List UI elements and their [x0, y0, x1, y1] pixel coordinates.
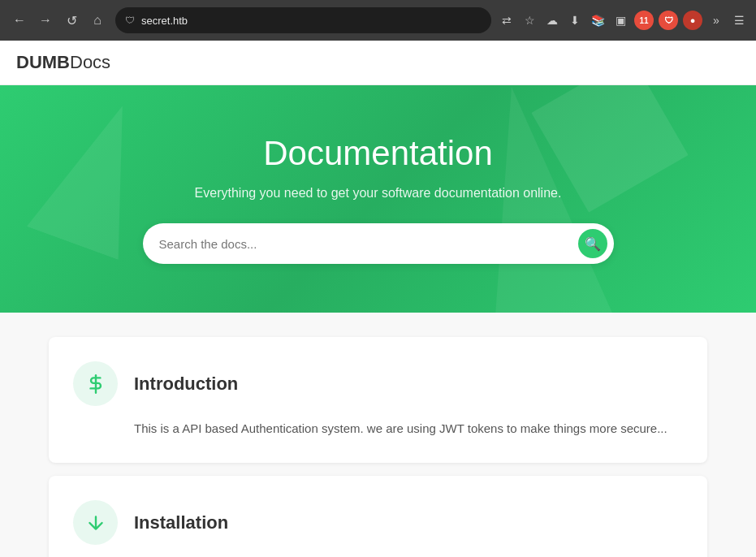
download-icon[interactable]: ⬇ — [566, 11, 584, 29]
bookmark-icon[interactable]: ☆ — [521, 11, 538, 29]
content-area: Introduction This is a API based Authent… — [0, 313, 756, 557]
top-nav: DUMBDocs — [0, 41, 756, 85]
introduction-card[interactable]: Introduction This is a API based Authent… — [49, 337, 707, 463]
card-header-introduction: Introduction — [73, 361, 683, 406]
logo-regular: Docs — [70, 52, 110, 72]
addon-icon-red[interactable]: ● — [683, 11, 702, 30]
installation-card[interactable]: Installation — [49, 476, 707, 557]
pocket-icon[interactable]: ☁ — [543, 11, 561, 29]
introduction-description: This is a API based Authentication syste… — [134, 419, 683, 438]
search-input[interactable] — [159, 237, 578, 251]
card-header-installation: Installation — [73, 500, 683, 545]
shield-icon: 🛡 — [125, 15, 135, 26]
search-container: 🔍 — [16, 223, 740, 264]
ublock-icon[interactable]: 🛡 — [659, 11, 678, 30]
logo[interactable]: DUMBDocs — [16, 52, 110, 73]
search-icon: 🔍 — [585, 236, 601, 252]
browser-toolbar-icons: ⇄ ☆ ☁ ⬇ 📚 ▣ 11 🛡 ● » ☰ — [498, 11, 748, 30]
back-button[interactable]: ← — [8, 9, 31, 32]
reload-button[interactable]: ↺ — [60, 9, 83, 32]
menu-icon[interactable]: ☰ — [730, 11, 748, 29]
search-button[interactable]: 🔍 — [578, 229, 607, 258]
hero-section: Documentation Everything you need to get… — [0, 85, 756, 313]
url-text: secret.htb — [141, 15, 188, 27]
home-button[interactable]: ⌂ — [86, 9, 109, 32]
address-bar[interactable]: 🛡 secret.htb — [115, 7, 491, 33]
sidebar-icon[interactable]: ▣ — [611, 11, 629, 29]
forward-button[interactable]: → — [34, 9, 57, 32]
translate-icon[interactable]: ⇄ — [498, 11, 516, 29]
logo-bold: DUMB — [16, 52, 70, 72]
hero-subtitle: Everything you need to get your software… — [16, 186, 740, 201]
introduction-title: Introduction — [134, 373, 238, 395]
search-box: 🔍 — [143, 223, 614, 264]
nav-buttons: ← → ↺ ⌂ — [8, 9, 109, 32]
notification-badge[interactable]: 11 — [634, 11, 654, 30]
installation-title: Installation — [134, 512, 228, 533]
introduction-icon — [73, 361, 118, 406]
browser-chrome: ← → ↺ ⌂ 🛡 secret.htb ⇄ ☆ ☁ ⬇ 📚 ▣ 11 🛡 ● … — [0, 0, 756, 41]
library-icon[interactable]: 📚 — [589, 11, 607, 29]
page-wrapper: DUMBDocs Documentation Everything you ne… — [0, 41, 756, 557]
more-tools-icon[interactable]: » — [707, 11, 725, 29]
hero-title: Documentation — [16, 134, 740, 173]
installation-icon — [73, 500, 118, 545]
